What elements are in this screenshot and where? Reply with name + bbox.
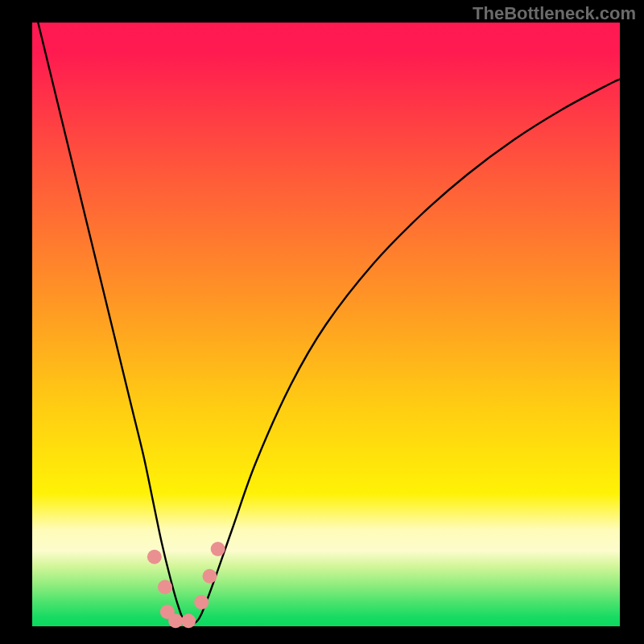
curve-marker xyxy=(147,550,162,564)
bottleneck-chart xyxy=(0,0,644,644)
curve-marker xyxy=(158,580,172,594)
curve-marker xyxy=(202,569,217,584)
chart-container: TheBottleneck.com xyxy=(0,0,644,644)
curve-marker xyxy=(194,595,208,609)
curve-marker xyxy=(168,613,183,628)
curve-marker xyxy=(181,613,196,628)
watermark-text: TheBottleneck.com xyxy=(473,3,636,24)
curve-marker xyxy=(211,542,225,556)
